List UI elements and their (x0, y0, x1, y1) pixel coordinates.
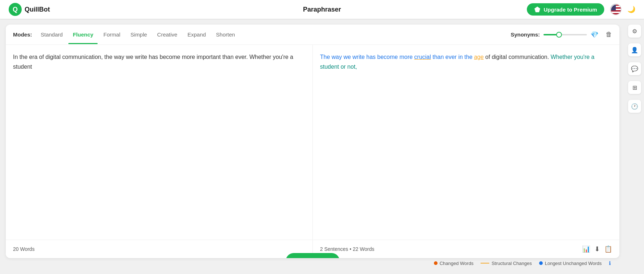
bottom-row: 20 Words Rephrase 2 Sentences • 22 Words… (6, 240, 619, 258)
chat-panel-icon[interactable]: 💬 (628, 62, 641, 75)
output-sentence1-end: of digital communication. (484, 54, 551, 60)
mode-standard[interactable]: Standard (37, 29, 67, 40)
grid-panel-icon[interactable]: ⊞ (628, 81, 641, 94)
header: Q QuillBot Paraphraser Upgrade to Premiu… (0, 0, 644, 19)
output-sentence2-not: or not, (339, 64, 357, 70)
synonyms-slider-thumb[interactable] (556, 32, 562, 38)
changed-words-label: Changed Words (440, 261, 474, 266)
logo-text: QuillBot (25, 6, 50, 13)
clear-button[interactable]: 🗑 (606, 31, 612, 38)
structural-changes-label: Structural Changes (491, 261, 532, 266)
changed-words-dot (434, 261, 438, 265)
rephrase-button[interactable]: Rephrase (286, 253, 340, 258)
synonyms-label: Synonyms: (511, 31, 540, 38)
synonyms-slider-track[interactable] (543, 34, 587, 35)
quillbot-logo: Q (9, 3, 22, 16)
output-sentence1-start: The way we write has become more (320, 54, 414, 60)
input-panel: In the era of digital communication, the… (6, 45, 312, 240)
download-icon[interactable]: ⬇ (594, 245, 600, 253)
structural-changes-line (481, 263, 489, 264)
legend-changed-words: Changed Words (434, 261, 474, 266)
main-container: Modes: Standard Fluency Formal Simple Cr… (0, 19, 644, 274)
modes-label: Modes: (13, 31, 32, 38)
history-panel-icon[interactable]: 🕐 (628, 100, 641, 113)
left-footer: 20 Words (6, 240, 313, 258)
longest-unchanged-dot (539, 261, 543, 265)
legend-info-icon[interactable]: ℹ (609, 260, 611, 266)
right-panel: ⚙ 👤 💬 ⊞ 🕐 (625, 19, 644, 274)
logo-area: Q QuillBot (9, 3, 50, 16)
header-actions: Upgrade to Premium 🌙 (527, 3, 635, 16)
mode-expand[interactable]: Expand (183, 29, 210, 40)
dark-mode-toggle[interactable]: 🌙 (627, 5, 635, 13)
upgrade-button[interactable]: Upgrade to Premium (527, 3, 604, 16)
output-text: The way we write has become more crucial… (313, 45, 619, 240)
mode-fluency[interactable]: Fluency (68, 29, 98, 40)
page-title: Paraphraser (303, 6, 341, 13)
users-panel-icon[interactable]: 👤 (628, 43, 641, 56)
output-panel: The way we write has become more crucial… (312, 45, 619, 240)
svg-text:Q: Q (13, 6, 18, 13)
mode-creative[interactable]: Creative (153, 29, 182, 40)
svg-rect-5 (611, 12, 622, 13)
output-age: age (474, 54, 484, 60)
svg-marker-2 (535, 7, 540, 12)
diamond-upgrade-icon (534, 6, 541, 13)
longest-unchanged-label: Longest Unchanged Words (545, 261, 602, 266)
synonyms-section: Synonyms: 💎 (511, 31, 598, 39)
legend-longest-unchanged: Longest Unchanged Words (539, 261, 602, 266)
main-card: Modes: Standard Fluency Formal Simple Cr… (6, 25, 619, 258)
copy-icon[interactable]: 📋 (604, 245, 612, 253)
output-stats: 2 Sentences • 22 Words (320, 246, 374, 252)
mode-shorten[interactable]: Shorten (212, 29, 239, 40)
output-actions: 📊 ⬇ 📋 (582, 245, 612, 253)
legend-bar: Changed Words Structural Changes Longest… (6, 258, 619, 268)
output-sentence1-mid: than ever in the (431, 54, 474, 60)
bar-chart-icon[interactable]: 📊 (582, 245, 590, 253)
language-flag[interactable] (610, 4, 622, 15)
output-crucial: crucial (414, 54, 431, 60)
content-area: Modes: Standard Fluency Formal Simple Cr… (0, 19, 625, 274)
mode-simple[interactable]: Simple (126, 29, 152, 40)
right-footer: 2 Sentences • 22 Words 📊 ⬇ 📋 (313, 240, 619, 258)
input-textarea[interactable]: In the era of digital communication, the… (6, 45, 312, 240)
input-word-count: 20 Words (13, 246, 35, 252)
mode-formal[interactable]: Formal (99, 29, 125, 40)
legend-structural-changes: Structural Changes (481, 261, 532, 266)
premium-diamond-icon: 💎 (590, 31, 598, 39)
settings-panel-icon[interactable]: ⚙ (628, 25, 641, 38)
editor-area: In the era of digital communication, the… (6, 45, 619, 240)
modes-bar: Modes: Standard Fluency Formal Simple Cr… (6, 25, 619, 45)
